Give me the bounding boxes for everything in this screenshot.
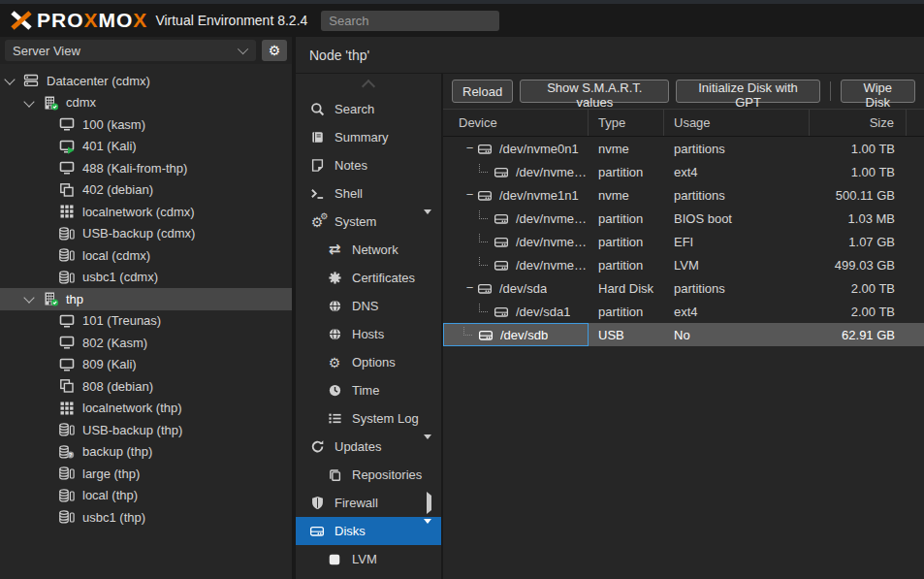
tree-item-label: 802 (Kasm) — [82, 336, 147, 350]
storage-icon — [58, 466, 76, 481]
tree-item-thp[interactable]: thp — [0, 288, 292, 310]
tree-item-401-kali[interactable]: 401 (Kali) — [0, 136, 292, 158]
filler-cell — [907, 183, 924, 207]
tree-item-402-debian[interactable]: 402 (debian) — [0, 179, 292, 202]
nav-item-lvm[interactable]: LVM — [296, 545, 441, 573]
tree-item-label: USB-backup (cdmx) — [82, 226, 195, 241]
tree-item-488-kali-from-thp[interactable]: 488 (Kali-from-thp) — [0, 157, 292, 179]
tree-item-backup-thp[interactable]: ?backup (thp) — [0, 441, 292, 464]
tree-item-usb-backup-cdmx[interactable]: USB-backup (cdmx) — [0, 223, 292, 245]
product-version: Virtual Environment 8.2.4 — [155, 13, 307, 28]
initialize-disk-gpt-button[interactable]: Initialize Disk with GPT — [676, 80, 819, 103]
nav-item-repositories[interactable]: Repositories — [296, 461, 441, 489]
disk-row-dev-sda[interactable]: −/dev/sdaHard Diskpartitions2.00 TB — [443, 276, 924, 300]
globe-icon — [325, 299, 344, 313]
nav-item-updates[interactable]: Updates — [296, 433, 441, 461]
tree-item-local-cdmx[interactable]: local (cdmx) — [0, 244, 292, 267]
chevron-down-icon — [238, 44, 248, 54]
disk-row-dev-nvme1[interactable]: /dev/nvme1…partitionLVM499.03 GB — [443, 253, 924, 276]
wipe-disk-button[interactable]: Wipe Disk — [841, 80, 916, 103]
disk-table-header: Device Type Usage Size — [443, 109, 924, 137]
nav-item-hosts[interactable]: Hosts — [296, 320, 441, 348]
nav-item-shell[interactable]: Shell — [296, 179, 441, 208]
disk-row-dev-nvme0[interactable]: /dev/nvme0…partitionext41.00 TB — [443, 160, 924, 183]
show-smart-values-button[interactable]: Show S.M.A.R.T. values — [520, 80, 669, 103]
view-mode-select[interactable]: Server View — [5, 40, 256, 61]
tree-settings-button[interactable]: ⚙ — [262, 40, 287, 61]
device-cell: /dev/nvme1… — [443, 207, 589, 230]
collapse-toggle-icon[interactable]: − — [463, 283, 476, 293]
tree-item-usbc1-cdmx[interactable]: usbc1 (cdmx) — [0, 267, 292, 289]
nav-item-network[interactable]: ⇄Network — [296, 236, 441, 264]
tree-item-label: local (thp) — [82, 488, 138, 502]
nav-item-options[interactable]: ⚙Options — [296, 348, 441, 376]
column-header-usage[interactable]: Usage — [664, 110, 810, 136]
disks-toolbar: Reload Show S.M.A.R.T. values Initialize… — [443, 74, 924, 109]
chevron-collapsed-icon[interactable] — [427, 496, 431, 510]
disk-row-dev-sda1[interactable]: /dev/sda1partitionext42.00 TB — [443, 300, 924, 323]
tree-item-localnetwork-cdmx[interactable]: localnetwork (cdmx) — [0, 201, 292, 223]
type-cell: nvme — [589, 183, 664, 207]
app-header: PROXMOX Virtual Environment 8.2.4 — [0, 4, 924, 37]
tree-item-101-treunas[interactable]: 101 (Treunas) — [0, 310, 292, 333]
hdd-icon — [493, 211, 510, 226]
disk-row-dev-nvme1[interactable]: /dev/nvme1…partitionBIOS boot1.03 MB — [443, 207, 924, 230]
nav-item-disks[interactable]: Disks — [296, 517, 441, 545]
nav-item-firewall[interactable]: Firewall — [296, 489, 441, 517]
arrow-shape — [424, 434, 431, 454]
disk-row-dev-nvme1[interactable]: /dev/nvme1…partitionEFI1.07 GB — [443, 230, 924, 253]
disk-row-dev-nvme0n1[interactable]: −/dev/nvme0n1nvmepartitions1.00 TB — [443, 137, 924, 160]
chevron-expanded-icon[interactable] — [424, 524, 431, 538]
nav-item-system[interactable]: ⚙⚙System — [296, 208, 441, 236]
chevron-down-icon[interactable] — [23, 293, 34, 304]
tree-item-809-kali[interactable]: 809 (Kali) — [0, 354, 292, 376]
nav-item-time[interactable]: Time — [296, 376, 441, 404]
global-search-input[interactable] — [321, 11, 499, 31]
device-name: /dev/nvme1… — [516, 235, 589, 249]
nav-item-label: Options — [352, 355, 396, 370]
tree-item-usb-backup-thp[interactable]: USB-backup (thp) — [0, 419, 292, 441]
nav-item-system-log[interactable]: System Log — [296, 404, 441, 433]
size-cell: 1.00 TB — [810, 160, 907, 183]
disk-row-dev-sdb[interactable]: /dev/sdbUSBNo62.91 GB — [443, 323, 924, 346]
chevron-down-icon[interactable] — [23, 96, 34, 107]
type-cell: Hard Disk — [589, 276, 664, 300]
tree-item-808-debian[interactable]: 808 (debian) — [0, 375, 292, 398]
reload-button[interactable]: Reload — [452, 80, 513, 103]
device-cell: /dev/nvme1… — [443, 230, 589, 253]
tree-item-localnetwork-thp[interactable]: localnetwork (thp) — [0, 398, 292, 420]
nav-item-search[interactable]: Search — [296, 95, 441, 123]
type-cell: partition — [589, 160, 664, 183]
search-icon — [307, 102, 327, 116]
collapse-toggle-icon[interactable]: − — [463, 190, 476, 200]
nav-item-summary[interactable]: Summary — [296, 123, 441, 151]
nav-scroll-up-indicator[interactable] — [362, 80, 375, 93]
tree-item-cdmx[interactable]: cdmx — [0, 92, 292, 114]
hdd-icon — [493, 165, 510, 179]
lxc-icon — [58, 182, 76, 198]
column-header-size[interactable]: Size — [810, 110, 907, 136]
chevron-down-icon[interactable] — [4, 75, 15, 85]
filler-cell — [907, 160, 924, 183]
column-header-type[interactable]: Type — [589, 110, 664, 136]
disk-row-dev-nvme1n1[interactable]: −/dev/nvme1n1nvmepartitions500.11 GB — [443, 183, 924, 207]
tree-item-datacenter-cdmx[interactable]: Datacenter (cdmx) — [0, 70, 292, 92]
tree-item-large-thp[interactable]: large (thp) — [0, 463, 292, 485]
device-name: /dev/nvme0… — [516, 165, 589, 179]
tree-item-802-kasm[interactable]: 802 (Kasm) — [0, 332, 292, 354]
chevron-expanded-icon[interactable] — [424, 214, 431, 229]
nav-item-certificates[interactable]: Certificates — [296, 264, 441, 292]
usage-cell: LVM — [664, 253, 810, 276]
nav-item-notes[interactable]: Notes — [296, 151, 441, 179]
tree-item-label: 488 (Kali-from-thp) — [82, 161, 187, 176]
chevron-expanded-icon[interactable] — [424, 439, 431, 454]
usage-cell: ext4 — [664, 160, 810, 183]
tree-item-100-kasm[interactable]: 100 (kasm) — [0, 113, 292, 136]
tree-item-local-thp[interactable]: local (thp) — [0, 485, 292, 507]
collapse-toggle-icon[interactable]: − — [463, 144, 476, 153]
tree-item-usbc1-thp[interactable]: usbc1 (thp) — [0, 506, 292, 529]
nav-item-dns[interactable]: DNS — [296, 292, 441, 320]
column-header-device[interactable]: Device — [443, 110, 589, 136]
tree-elbow-line — [479, 210, 488, 219]
tree-item-label: 401 (Kali) — [82, 139, 137, 153]
